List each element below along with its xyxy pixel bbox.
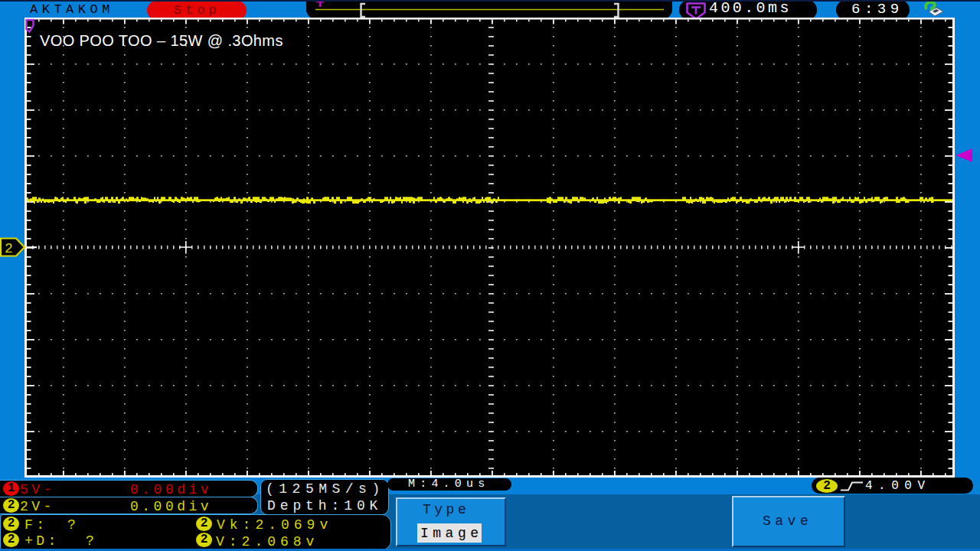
svg-text:VOO POO TOO – 15W @ .3Ohms: VOO POO TOO – 15W @ .3Ohms [40,32,283,49]
svg-text:2: 2 [5,241,13,256]
